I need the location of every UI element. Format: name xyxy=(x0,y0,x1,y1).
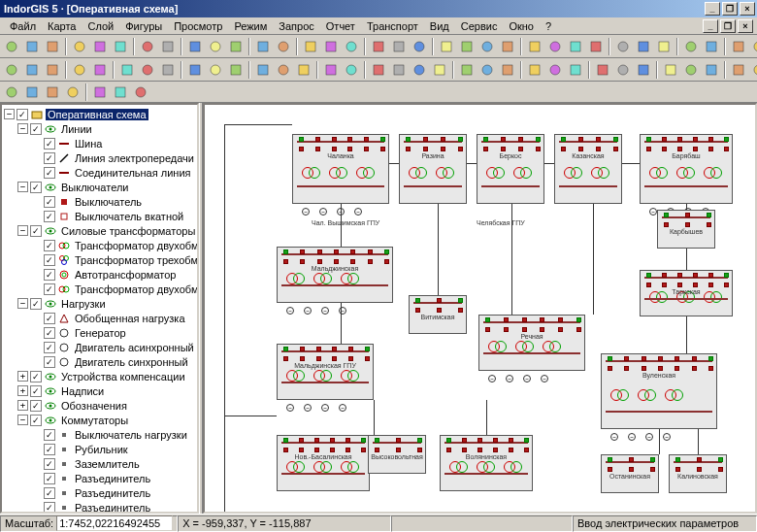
tree-label[interactable]: Оперативная схема xyxy=(46,109,148,120)
toolbar-button[interactable] xyxy=(586,37,606,56)
tree-label[interactable]: Линии xyxy=(59,123,94,135)
switch-icon[interactable] xyxy=(646,147,651,151)
substation[interactable]: Таркская xyxy=(640,270,733,316)
checkbox[interactable] xyxy=(44,283,55,295)
tree-label[interactable]: Выключатель нагрузки xyxy=(73,429,189,441)
substation[interactable]: Разина xyxy=(399,134,467,204)
trafo-icon[interactable] xyxy=(340,272,361,285)
tree-label[interactable]: Соединительная линия xyxy=(73,167,192,179)
switch-icon[interactable] xyxy=(613,137,618,142)
switch-icon[interactable] xyxy=(458,308,463,313)
checkbox[interactable] xyxy=(30,415,42,426)
switch-icon[interactable] xyxy=(504,317,509,322)
checkbox[interactable] xyxy=(30,371,42,382)
toolbar-button[interactable] xyxy=(634,37,653,56)
expander-icon[interactable]: − xyxy=(17,225,28,236)
tree-node[interactable]: Генератор xyxy=(4,325,195,340)
toolbar-button[interactable] xyxy=(477,60,497,80)
switch-icon[interactable] xyxy=(361,448,366,452)
switch-icon[interactable] xyxy=(423,147,428,151)
toolbar-button[interactable] xyxy=(2,37,21,56)
tree-node[interactable]: +Устройства компенсации xyxy=(4,369,195,383)
switch-icon[interactable] xyxy=(477,448,482,452)
switch-icon[interactable] xyxy=(315,137,320,142)
trafo-icon[interactable] xyxy=(476,460,497,474)
toolbar-button[interactable] xyxy=(613,37,633,56)
switch-icon[interactable] xyxy=(718,467,723,472)
switch-icon[interactable] xyxy=(675,457,680,462)
switch-icon[interactable] xyxy=(509,448,513,452)
toolbar-button[interactable] xyxy=(525,37,544,56)
switch-icon[interactable] xyxy=(375,438,379,443)
checkbox[interactable] xyxy=(44,473,55,484)
toolbar-button[interactable] xyxy=(43,60,62,80)
menu-file[interactable]: Файл xyxy=(4,19,42,33)
mdi-minimize-button[interactable]: _ xyxy=(703,19,718,33)
switch-icon[interactable] xyxy=(330,448,335,452)
switch-icon[interactable] xyxy=(608,467,612,472)
tree-label[interactable]: Выключатель xyxy=(73,196,144,208)
switch-icon[interactable] xyxy=(708,366,713,371)
switch-icon[interactable] xyxy=(650,457,655,462)
checkbox[interactable] xyxy=(44,444,55,455)
gen-icon[interactable]: ~ xyxy=(339,404,346,412)
switch-icon[interactable] xyxy=(485,327,490,332)
toolbar-button[interactable] xyxy=(22,60,42,80)
substation[interactable]: Останинская xyxy=(601,454,659,493)
switch-icon[interactable] xyxy=(650,467,655,472)
switch-icon[interactable] xyxy=(608,457,612,462)
switch-icon[interactable] xyxy=(406,137,411,142)
toolbar-button[interactable] xyxy=(457,60,477,80)
tree-label[interactable]: Выключатели xyxy=(59,182,130,193)
switch-icon[interactable] xyxy=(675,356,679,361)
switch-icon[interactable] xyxy=(558,327,563,332)
toolbar-button[interactable] xyxy=(525,60,544,80)
switch-icon[interactable] xyxy=(596,147,601,151)
toolbar-button[interactable] xyxy=(158,60,178,80)
switch-icon[interactable] xyxy=(540,327,544,332)
substation[interactable]: Мальджинская xyxy=(277,247,393,303)
switch-icon[interactable] xyxy=(561,147,566,151)
toolbar-button[interactable] xyxy=(342,37,361,56)
checkbox[interactable] xyxy=(44,502,55,514)
switch-icon[interactable] xyxy=(368,249,373,254)
toolbar-button[interactable] xyxy=(294,60,313,80)
tree-label[interactable]: Генератор xyxy=(73,327,128,339)
switch-icon[interactable] xyxy=(483,147,488,151)
tree-label[interactable]: Разъединитель xyxy=(73,473,152,484)
trafo-icon[interactable] xyxy=(514,340,536,353)
checkbox[interactable] xyxy=(30,298,42,310)
toolbar-button[interactable] xyxy=(729,60,748,80)
tree-node[interactable]: Разъединитель xyxy=(4,485,195,500)
switch-icon[interactable] xyxy=(299,137,304,142)
tree-label[interactable]: Рубильник xyxy=(73,444,130,455)
tree-label[interactable]: Разъединитель xyxy=(73,487,152,499)
switch-icon[interactable] xyxy=(314,448,319,452)
checkbox[interactable] xyxy=(44,152,55,164)
switch-icon[interactable] xyxy=(415,298,420,303)
switch-icon[interactable] xyxy=(646,137,651,142)
toolbar-button[interactable] xyxy=(2,83,21,102)
tree-label[interactable]: Разъединитель xyxy=(73,502,152,514)
switch-icon[interactable] xyxy=(624,366,629,371)
switch-icon[interactable] xyxy=(658,356,663,361)
tree-node[interactable]: Выключатель вкатной xyxy=(4,209,195,223)
toolbar-button[interactable] xyxy=(457,37,477,56)
tree-node[interactable]: Заземлитель xyxy=(4,456,195,471)
trafo-icon[interactable] xyxy=(285,460,307,474)
switch-icon[interactable] xyxy=(596,137,601,142)
gen-icon[interactable]: ~ xyxy=(304,404,312,412)
switch-icon[interactable] xyxy=(346,448,350,452)
switch-icon[interactable] xyxy=(685,222,690,227)
expander-icon[interactable]: − xyxy=(17,123,28,134)
trafo-icon[interactable] xyxy=(328,166,349,180)
switch-icon[interactable] xyxy=(317,249,322,254)
toolbar-button[interactable] xyxy=(369,60,388,80)
toolbar-button[interactable] xyxy=(389,60,409,80)
gen-icon[interactable]: ~ xyxy=(319,208,327,216)
tree-label[interactable]: Силовые трансформаторы xyxy=(59,225,197,237)
switch-icon[interactable] xyxy=(364,137,369,142)
switch-icon[interactable] xyxy=(708,356,713,361)
switch-icon[interactable] xyxy=(437,298,442,303)
tree-node[interactable]: −Оперативная схема xyxy=(4,107,195,121)
